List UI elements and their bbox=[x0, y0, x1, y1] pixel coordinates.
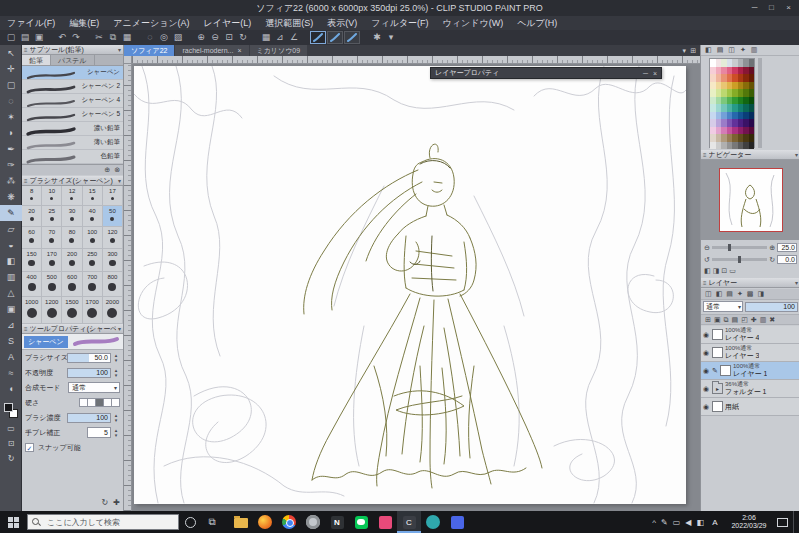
visibility-eye-icon[interactable]: ◉ bbox=[703, 349, 712, 357]
foreground-color-chip[interactable] bbox=[4, 403, 13, 412]
brush-size-cell[interactable]: 70 bbox=[42, 227, 62, 249]
layer-row[interactable]: ◉✎100%通常レイヤー 1 bbox=[701, 362, 799, 380]
brush-size-cell[interactable]: 30 bbox=[62, 206, 82, 227]
visibility-eye-icon[interactable]: ◉ bbox=[703, 331, 712, 339]
panel-menu-icon[interactable]: ≡ bbox=[703, 152, 707, 158]
layer-effect-icon[interactable]: ◫ bbox=[705, 290, 712, 298]
reset-view-icon[interactable]: ▭ bbox=[729, 267, 736, 275]
brush-size-cell[interactable]: 100 bbox=[83, 227, 103, 249]
brush-size-cell[interactable]: 20 bbox=[22, 206, 42, 227]
brush-size-cell[interactable]: 2000 bbox=[103, 297, 123, 324]
color-wheel-icon[interactable]: ◧ bbox=[705, 46, 712, 54]
selection-border-icon[interactable]: ▨ bbox=[171, 31, 185, 44]
brush-size-cell[interactable]: 60 bbox=[22, 227, 42, 249]
color-swatch[interactable] bbox=[749, 112, 755, 120]
snap-to-ruler-icon[interactable]: ∠ bbox=[287, 31, 301, 44]
hardness-segment[interactable] bbox=[111, 398, 120, 407]
marker-tool[interactable]: ✑ bbox=[0, 157, 22, 173]
stroke-both-icon[interactable] bbox=[344, 31, 360, 44]
cut-icon[interactable]: ✂ bbox=[92, 31, 106, 44]
layer-command-icon[interactable]: ◰ bbox=[741, 316, 748, 324]
value-stepper[interactable]: ▴▾ bbox=[112, 353, 120, 362]
brush-size-cell[interactable]: 12 bbox=[62, 186, 82, 206]
new-icon[interactable]: ▢ bbox=[4, 31, 18, 44]
ruler-icon[interactable]: ⊿ bbox=[273, 31, 287, 44]
value-slider[interactable]: 100 bbox=[67, 368, 111, 378]
layer-command-icon[interactable]: ✚ bbox=[751, 316, 757, 324]
line-correction-tool[interactable]: ≈ bbox=[0, 365, 22, 381]
panel-menu-icon[interactable]: ≡ bbox=[24, 326, 28, 332]
fill-tool[interactable]: ◧ bbox=[0, 253, 22, 269]
layer-effect-icon[interactable]: ◨ bbox=[757, 290, 764, 298]
layer-command-icon[interactable]: ✖ bbox=[769, 316, 775, 324]
brush-size-cell[interactable]: 250 bbox=[83, 249, 103, 272]
brush-size-cell[interactable]: 80 bbox=[62, 227, 82, 249]
brush-size-cell[interactable]: 700 bbox=[83, 272, 103, 297]
collapse-panel-icon[interactable]: ▾ bbox=[118, 46, 121, 53]
chrome-icon[interactable] bbox=[277, 511, 301, 533]
collapse-panel-icon[interactable]: ▾ bbox=[118, 177, 121, 184]
color-swatch[interactable] bbox=[749, 67, 755, 75]
panel-menu-icon[interactable]: ≡ bbox=[24, 178, 28, 184]
brush-size-cell[interactable]: 1500 bbox=[62, 297, 82, 324]
marquee-tool[interactable]: ▢ bbox=[0, 77, 22, 93]
action-center-icon[interactable] bbox=[777, 518, 788, 527]
brush-size-cell[interactable]: 50 bbox=[103, 206, 123, 227]
color-slider-icon[interactable]: ◫ bbox=[728, 46, 735, 54]
brush-size-cell[interactable]: 120 bbox=[103, 227, 123, 249]
panel-menu-icon[interactable]: ▾ bbox=[384, 31, 398, 44]
brush-size-cell[interactable]: 800 bbox=[103, 272, 123, 297]
menu-item[interactable]: アニメーション(A) bbox=[106, 16, 196, 30]
brush-item[interactable]: 薄い鉛筆 bbox=[22, 136, 123, 150]
layer-command-icon[interactable]: ▤ bbox=[732, 316, 739, 324]
rotate-right-icon[interactable]: ↻ bbox=[769, 256, 775, 264]
deselect-icon[interactable]: ◌ bbox=[143, 31, 157, 44]
brush-size-cell[interactable]: 8 bbox=[22, 186, 42, 206]
rotate-view-icon[interactable]: ↻ bbox=[236, 31, 250, 44]
layer-opacity-slider[interactable]: 100 bbox=[745, 302, 798, 312]
brush-size-cell[interactable]: 17 bbox=[103, 186, 123, 206]
color-swatch[interactable] bbox=[749, 74, 755, 82]
layer-effect-icon[interactable]: ✦ bbox=[737, 290, 743, 298]
layer-thumbnail[interactable] bbox=[712, 401, 723, 412]
chevron-up-icon[interactable]: ^ bbox=[652, 518, 656, 527]
steam-icon[interactable] bbox=[421, 511, 445, 533]
rotation-value[interactable]: 0.0 bbox=[777, 255, 797, 264]
cortana-button[interactable] bbox=[179, 511, 201, 533]
menu-item[interactable]: 選択範囲(S) bbox=[258, 16, 320, 30]
layer-row[interactable]: ◉100%通常レイヤー 4 bbox=[701, 326, 799, 344]
brush-size-cell[interactable]: 500 bbox=[42, 272, 62, 297]
brush-size-cell[interactable]: 170 bbox=[42, 249, 62, 272]
operation-tool[interactable]: ↖ bbox=[0, 45, 22, 61]
shape-tool[interactable]: △ bbox=[0, 285, 22, 301]
brush-size-cell[interactable]: 10 bbox=[42, 186, 62, 206]
collapse-panel-icon[interactable]: ▾ bbox=[795, 151, 798, 158]
search-input[interactable] bbox=[45, 517, 165, 528]
menu-item[interactable]: 編集(E) bbox=[62, 16, 106, 30]
document-tab[interactable]: ソフィア22 bbox=[124, 45, 174, 56]
blend-tool[interactable]: ◒ bbox=[0, 237, 22, 253]
layer-command-icon[interactable]: ⊞ bbox=[705, 316, 711, 324]
color-set-icon[interactable]: ▤ bbox=[717, 46, 724, 54]
value-slider[interactable]: 50.0 bbox=[67, 353, 111, 363]
rotate-slider[interactable] bbox=[712, 258, 767, 261]
brush-size-cell[interactable]: 15 bbox=[83, 186, 103, 206]
pen-status-icon[interactable]: ✎ bbox=[661, 518, 668, 527]
photos-icon[interactable] bbox=[373, 511, 397, 533]
frame-tool[interactable]: ▣ bbox=[0, 301, 22, 317]
airbrush-tool[interactable]: ⁂ bbox=[0, 173, 22, 189]
text-tool[interactable]: A bbox=[0, 349, 22, 365]
color-swatch[interactable] bbox=[749, 104, 755, 112]
arrow-down-icon[interactable]: ▾ bbox=[115, 358, 118, 363]
zoom-out-icon[interactable]: ⊖ bbox=[208, 31, 222, 44]
rotate-left-icon[interactable]: ↺ bbox=[704, 256, 710, 264]
show-desktop-button[interactable] bbox=[793, 511, 797, 533]
brush-size-cell[interactable]: 400 bbox=[22, 272, 42, 297]
brush-size-cell[interactable]: 600 bbox=[62, 272, 82, 297]
display-icon[interactable]: ▭ bbox=[673, 518, 681, 527]
grid-icon[interactable]: ▦ bbox=[259, 31, 273, 44]
subtool-tab[interactable]: パステル bbox=[51, 55, 95, 65]
wand-tool[interactable]: ✶ bbox=[0, 109, 22, 125]
quick-access-icon[interactable]: ⊡ bbox=[0, 436, 22, 451]
new-tab-icon[interactable]: ⊞ bbox=[690, 45, 696, 56]
